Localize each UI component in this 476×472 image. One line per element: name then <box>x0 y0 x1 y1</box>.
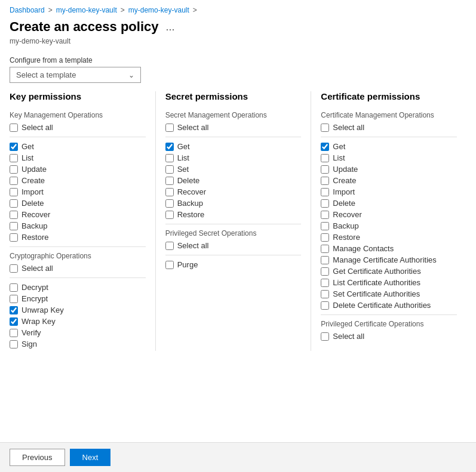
page-subtitle: my-demo-key-vault <box>0 36 476 51</box>
key-update: Update <box>10 165 146 174</box>
secret-list-label: List <box>177 153 189 162</box>
priv-secret-select-all-label: Select all <box>177 241 209 250</box>
secret-backup: Backup <box>165 199 302 208</box>
breadcrumb-vault-2[interactable]: my-demo-key-vault <box>128 6 189 14</box>
key-recover-checkbox[interactable] <box>10 211 18 219</box>
key-recover: Recover <box>10 210 146 219</box>
secret-restore-checkbox[interactable] <box>165 211 174 219</box>
secret-set-checkbox[interactable] <box>165 165 174 174</box>
previous-button[interactable]: Previous <box>10 449 65 466</box>
crypto-encrypt-label: Encrypt <box>22 294 48 303</box>
template-select-dropdown[interactable]: Select a template ⌄ <box>10 67 141 83</box>
key-list-checkbox[interactable] <box>10 154 18 162</box>
crypto-select-all-label: Select all <box>22 264 53 273</box>
key-create: Create <box>10 176 146 185</box>
cert-import: Import <box>321 187 457 196</box>
key-delete-checkbox[interactable] <box>10 199 18 208</box>
cert-get-ca-label: Get Certificate Authorities <box>333 267 420 276</box>
cert-import-checkbox[interactable] <box>321 188 329 196</box>
secret-delete: Delete <box>165 176 302 185</box>
crypto-wrap: Wrap Key <box>10 317 146 326</box>
secret-select-all-checkbox[interactable] <box>165 124 174 132</box>
template-section: Configure from a template Select a templ… <box>0 51 476 91</box>
cert-recover-checkbox[interactable] <box>321 211 329 219</box>
cert-get-ca: Get Certificate Authorities <box>321 267 457 276</box>
certificate-permissions-title: Certificate permissions <box>321 91 457 104</box>
secret-recover-checkbox[interactable] <box>165 188 174 196</box>
crypto-encrypt-checkbox[interactable] <box>10 295 18 303</box>
priv-secret-section-title: Privileged Secret Operations <box>165 229 302 237</box>
cert-manage-contacts-label: Manage Contacts <box>333 244 394 253</box>
breadcrumb-sep-2: > <box>121 6 125 14</box>
cert-get-ca-checkbox[interactable] <box>321 267 329 276</box>
template-label: Configure from a template <box>10 56 466 64</box>
priv-secret-select-all-checkbox[interactable] <box>165 242 174 250</box>
secret-restore: Restore <box>165 210 302 219</box>
secret-backup-label: Backup <box>177 199 203 208</box>
chevron-down-icon: ⌄ <box>128 71 134 79</box>
cert-create-label: Create <box>333 176 356 185</box>
crypto-decrypt-label: Decrypt <box>22 283 48 292</box>
cert-manage-contacts: Manage Contacts <box>321 244 457 253</box>
cert-delete-ca-checkbox[interactable] <box>321 301 329 310</box>
secret-get-checkbox[interactable] <box>165 143 174 151</box>
cert-backup-checkbox[interactable] <box>321 222 329 230</box>
secret-backup-checkbox[interactable] <box>165 199 174 208</box>
crypto-wrap-checkbox[interactable] <box>10 317 18 326</box>
crypto-verify: Verify <box>10 328 146 337</box>
key-create-checkbox[interactable] <box>10 177 18 185</box>
secret-purge-checkbox[interactable] <box>165 261 174 269</box>
cert-select-all-checkbox[interactable] <box>321 124 329 132</box>
cert-manage-contacts-checkbox[interactable] <box>321 245 329 253</box>
secret-purge: Purge <box>165 260 302 269</box>
breadcrumb: Dashboard > my-demo-key-vault > my-demo-… <box>0 0 476 18</box>
key-restore-checkbox[interactable] <box>10 233 18 242</box>
breadcrumb-sep-3: > <box>193 6 197 14</box>
key-create-label: Create <box>22 176 45 185</box>
key-get-label: Get <box>22 142 34 151</box>
key-restore: Restore <box>10 233 146 242</box>
key-update-checkbox[interactable] <box>10 165 18 174</box>
key-backup-checkbox[interactable] <box>10 222 18 230</box>
crypto-select-all: Select all <box>10 264 146 273</box>
next-button[interactable]: Next <box>70 449 111 466</box>
crypto-select-all-checkbox[interactable] <box>10 264 18 273</box>
cert-restore-checkbox[interactable] <box>321 233 329 242</box>
cert-delete-checkbox[interactable] <box>321 199 329 208</box>
crypto-decrypt-checkbox[interactable] <box>10 283 18 292</box>
cert-get-label: Get <box>333 142 345 151</box>
key-update-label: Update <box>22 165 47 174</box>
ellipsis-button[interactable]: ... <box>163 21 177 33</box>
certificate-permissions-column: Certificate permissions Certificate Mana… <box>321 91 466 351</box>
secret-list-checkbox[interactable] <box>165 154 174 162</box>
cert-set-ca-label: Set Certificate Authorities <box>333 289 420 298</box>
cert-list-ca: List Certificate Authorities <box>321 278 457 287</box>
breadcrumb-dashboard[interactable]: Dashboard <box>10 6 45 14</box>
key-list: List <box>10 153 146 162</box>
secret-delete-checkbox[interactable] <box>165 177 174 185</box>
secret-set-label: Set <box>177 165 189 174</box>
crypto-unwrap-checkbox[interactable] <box>10 306 18 314</box>
cert-update-checkbox[interactable] <box>321 165 329 174</box>
cert-manage-ca: Manage Certificate Authorities <box>321 255 457 264</box>
cert-get-checkbox[interactable] <box>321 143 329 151</box>
secret-set: Set <box>165 165 302 174</box>
crypto-verify-checkbox[interactable] <box>10 329 18 337</box>
breadcrumb-vault-1[interactable]: my-demo-key-vault <box>56 6 117 14</box>
crypto-verify-label: Verify <box>22 328 41 337</box>
crypto-wrap-label: Wrap Key <box>22 317 56 326</box>
cert-manage-ca-label: Manage Certificate Authorities <box>333 255 436 264</box>
cert-create-checkbox[interactable] <box>321 177 329 185</box>
cert-set-ca-checkbox[interactable] <box>321 290 329 298</box>
cert-backup-label: Backup <box>333 221 358 230</box>
priv-cert-select-all-checkbox[interactable] <box>321 332 329 341</box>
cert-select-all: Select all <box>321 123 457 132</box>
crypto-sign-checkbox[interactable] <box>10 340 18 348</box>
cert-manage-ca-checkbox[interactable] <box>321 256 329 264</box>
key-import-checkbox[interactable] <box>10 188 18 196</box>
key-select-all-checkbox[interactable] <box>10 124 18 132</box>
cert-restore: Restore <box>321 233 457 242</box>
key-get-checkbox[interactable] <box>10 143 18 151</box>
cert-list-ca-checkbox[interactable] <box>321 279 329 287</box>
cert-list-checkbox[interactable] <box>321 154 329 162</box>
